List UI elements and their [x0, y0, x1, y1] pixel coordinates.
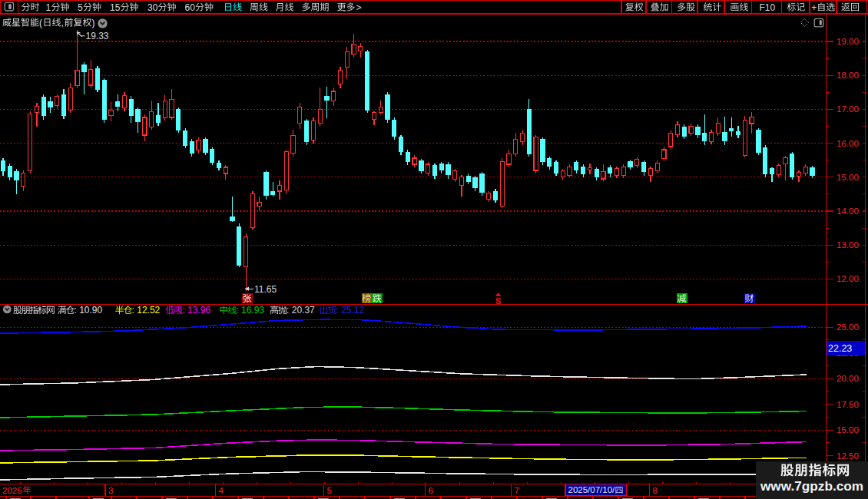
svg-text:: 25.12: : 25.12	[336, 305, 365, 316]
svg-text:11.65: 11.65	[254, 284, 277, 295]
svg-text:>: >	[356, 2, 362, 13]
svg-text:30: 30	[147, 2, 158, 13]
svg-text:15.00: 15.00	[837, 425, 859, 435]
svg-text:16.00: 16.00	[837, 139, 859, 148]
svg-text:60: 60	[185, 2, 196, 13]
svg-text:14.00: 14.00	[837, 207, 859, 216]
svg-text:8: 8	[653, 486, 658, 495]
svg-text:F10: F10	[759, 2, 775, 13]
svg-text:4: 4	[219, 486, 224, 495]
svg-text:: 16.93: : 16.93	[236, 305, 264, 316]
svg-text:20.00: 20.00	[837, 374, 859, 383]
svg-text:19.33: 19.33	[86, 31, 109, 41]
svg-text:: 12.52: : 12.52	[132, 305, 161, 316]
svg-text:S: S	[495, 296, 502, 306]
svg-text:5: 5	[327, 486, 332, 495]
svg-text:15.00: 15.00	[837, 173, 859, 182]
svg-text:17.50: 17.50	[837, 400, 859, 409]
svg-text:5: 5	[78, 2, 83, 13]
svg-text:7: 7	[515, 486, 519, 495]
svg-text:+: +	[811, 2, 817, 13]
svg-text:25.00: 25.00	[837, 322, 859, 332]
svg-text:www.7gpzb.com: www.7gpzb.com	[760, 478, 863, 494]
svg-text:1: 1	[46, 2, 51, 13]
svg-text:(: (	[39, 18, 42, 28]
svg-text:19.00: 19.00	[837, 37, 859, 46]
svg-text:12.00: 12.00	[837, 274, 859, 283]
svg-text:13.00: 13.00	[837, 240, 859, 250]
svg-text:15: 15	[110, 2, 121, 13]
svg-text:22.23: 22.23	[828, 343, 852, 354]
svg-text:: 20.37: : 20.37	[287, 305, 315, 316]
svg-text:: 13.96: : 13.96	[182, 305, 210, 316]
svg-text:2025: 2025	[2, 486, 22, 495]
svg-text:3: 3	[108, 486, 113, 495]
svg-text:17.00: 17.00	[837, 104, 859, 114]
svg-text:): )	[92, 18, 95, 28]
svg-text:: 10.90: : 10.90	[75, 305, 103, 316]
svg-text:18.00: 18.00	[837, 71, 859, 80]
svg-text:12.50: 12.50	[837, 451, 859, 461]
svg-text:6: 6	[429, 486, 433, 495]
svg-text:,: ,	[61, 18, 64, 28]
svg-text:2025/07/10/: 2025/07/10/	[568, 485, 616, 494]
